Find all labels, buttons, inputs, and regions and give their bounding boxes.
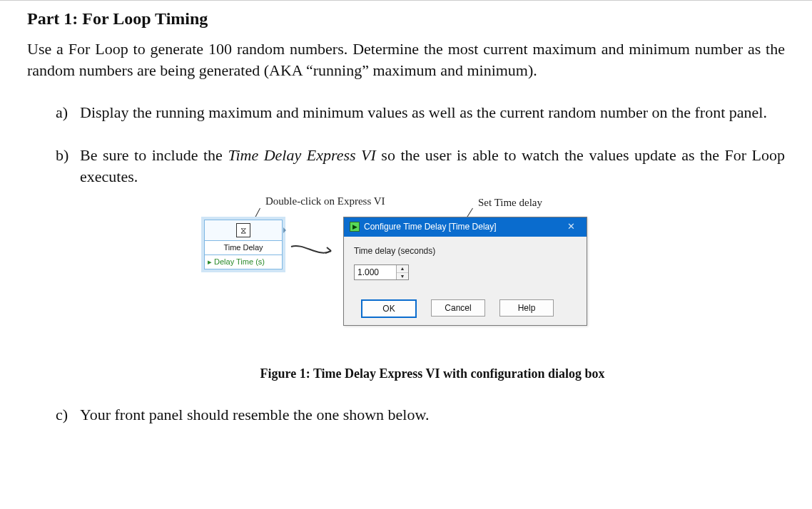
- help-button[interactable]: Help: [499, 299, 554, 317]
- annotation-setdelay: Set Time delay: [478, 195, 542, 210]
- item-text: Your front panel should resemble the one…: [80, 406, 429, 423]
- item-a: a) Display the running maximum and minim…: [56, 102, 785, 123]
- item-c: c) Your front panel should resemble the …: [56, 404, 785, 426]
- dialog-titlebar[interactable]: ▶ Configure Time Delay [Time Delay] ✕: [344, 217, 587, 237]
- item-text-pre: Be sure to include the: [80, 146, 228, 164]
- vi-param-label: ▸ Delay Time (s): [205, 255, 282, 269]
- configure-dialog: ▶ Configure Time Delay [Time Delay] ✕ Ti…: [343, 217, 587, 325]
- dialog-title: Configure Time Delay [Time Delay]: [364, 221, 497, 232]
- document-page: Part 1: For Loop Timing Use a For Loop t…: [0, 0, 812, 468]
- close-icon[interactable]: ✕: [561, 220, 581, 233]
- time-delay-value[interactable]: 1.000: [355, 265, 396, 279]
- figure-container: Double-click on Express VI Set Time dela…: [204, 191, 661, 355]
- express-vi-node[interactable]: ⧖ Time Delay ▸ Delay Time (s): [204, 220, 283, 269]
- section-heading: Part 1: For Loop Timing: [27, 9, 785, 29]
- dialog-body: Time delay (seconds) 1.000 ▲ ▼ OK Cancel…: [344, 237, 587, 325]
- item-marker: c): [56, 404, 68, 426]
- annotation-doubleclick: Double-click on Express VI: [265, 194, 385, 208]
- spinner[interactable]: ▲ ▼: [396, 265, 408, 279]
- item-marker: b): [56, 145, 68, 166]
- item-b: b) Be sure to include the Time Delay Exp…: [56, 145, 785, 383]
- figure-caption-text: Figure 1: Time Delay Express VI with con…: [260, 366, 605, 381]
- vi-param-text: Delay Time (s): [214, 257, 265, 266]
- intro-paragraph: Use a For Loop to generate 100 random nu…: [27, 38, 785, 81]
- vi-name-label: Time Delay: [205, 241, 282, 255]
- ok-button[interactable]: OK: [361, 299, 417, 318]
- spin-down-icon[interactable]: ▼: [397, 273, 408, 280]
- run-icon: ▶: [350, 222, 360, 232]
- param-marker-icon: ▸: [208, 257, 212, 266]
- item-text: Display the running maximum and minimum …: [80, 103, 767, 121]
- dialog-button-row: OK Cancel Help: [354, 299, 577, 318]
- cancel-button[interactable]: Cancel: [431, 299, 485, 317]
- hourglass-icon: ⧖: [236, 223, 250, 237]
- chevron-right-icon: [283, 227, 286, 233]
- question-list: a) Display the running maximum and minim…: [27, 102, 785, 425]
- item-text-italic: Time Delay Express VI: [228, 146, 375, 164]
- item-marker: a): [56, 102, 68, 123]
- arrow-icon: [290, 242, 338, 259]
- field-label: Time delay (seconds): [354, 245, 577, 257]
- spin-up-icon[interactable]: ▲: [397, 265, 408, 273]
- vi-icon-row: ⧖: [205, 220, 282, 241]
- time-delay-input[interactable]: 1.000 ▲ ▼: [354, 264, 409, 280]
- figure-caption: Figure 1: Time Delay Express VI with con…: [80, 365, 785, 382]
